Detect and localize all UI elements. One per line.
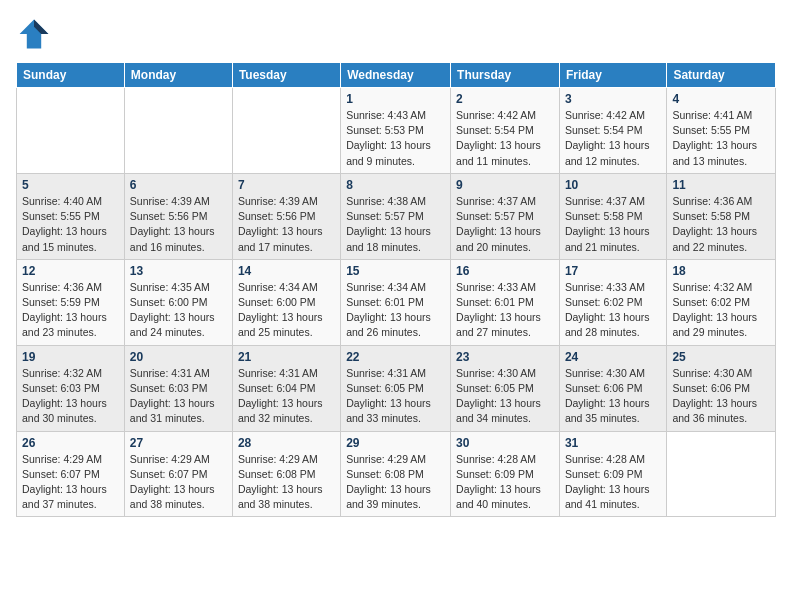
calendar-table: SundayMondayTuesdayWednesdayThursdayFrid… [16, 62, 776, 517]
calendar-cell: 5Sunrise: 4:40 AM Sunset: 5:55 PM Daylig… [17, 173, 125, 259]
weekday-header-monday: Monday [124, 63, 232, 88]
weekday-header-row: SundayMondayTuesdayWednesdayThursdayFrid… [17, 63, 776, 88]
calendar-week-1: 1Sunrise: 4:43 AM Sunset: 5:53 PM Daylig… [17, 88, 776, 174]
calendar-cell: 29Sunrise: 4:29 AM Sunset: 6:08 PM Dayli… [341, 431, 451, 517]
day-number: 24 [565, 350, 661, 364]
calendar-cell: 10Sunrise: 4:37 AM Sunset: 5:58 PM Dayli… [559, 173, 666, 259]
day-info: Sunrise: 4:42 AM Sunset: 5:54 PM Dayligh… [565, 108, 661, 169]
calendar-week-2: 5Sunrise: 4:40 AM Sunset: 5:55 PM Daylig… [17, 173, 776, 259]
calendar-cell: 25Sunrise: 4:30 AM Sunset: 6:06 PM Dayli… [667, 345, 776, 431]
day-number: 30 [456, 436, 554, 450]
day-info: Sunrise: 4:33 AM Sunset: 6:02 PM Dayligh… [565, 280, 661, 341]
day-number: 4 [672, 92, 770, 106]
day-info: Sunrise: 4:37 AM Sunset: 5:57 PM Dayligh… [456, 194, 554, 255]
weekday-header-tuesday: Tuesday [232, 63, 340, 88]
day-number: 7 [238, 178, 335, 192]
calendar-cell: 27Sunrise: 4:29 AM Sunset: 6:07 PM Dayli… [124, 431, 232, 517]
day-number: 8 [346, 178, 445, 192]
day-info: Sunrise: 4:39 AM Sunset: 5:56 PM Dayligh… [130, 194, 227, 255]
day-info: Sunrise: 4:43 AM Sunset: 5:53 PM Dayligh… [346, 108, 445, 169]
weekday-header-sunday: Sunday [17, 63, 125, 88]
day-number: 20 [130, 350, 227, 364]
calendar-cell [667, 431, 776, 517]
calendar-week-4: 19Sunrise: 4:32 AM Sunset: 6:03 PM Dayli… [17, 345, 776, 431]
calendar-cell [124, 88, 232, 174]
calendar-cell: 18Sunrise: 4:32 AM Sunset: 6:02 PM Dayli… [667, 259, 776, 345]
day-info: Sunrise: 4:29 AM Sunset: 6:07 PM Dayligh… [130, 452, 227, 513]
calendar-cell [17, 88, 125, 174]
day-number: 6 [130, 178, 227, 192]
calendar-week-3: 12Sunrise: 4:36 AM Sunset: 5:59 PM Dayli… [17, 259, 776, 345]
day-number: 9 [456, 178, 554, 192]
day-info: Sunrise: 4:41 AM Sunset: 5:55 PM Dayligh… [672, 108, 770, 169]
day-info: Sunrise: 4:40 AM Sunset: 5:55 PM Dayligh… [22, 194, 119, 255]
day-info: Sunrise: 4:29 AM Sunset: 6:07 PM Dayligh… [22, 452, 119, 513]
calendar-cell [232, 88, 340, 174]
calendar-cell: 22Sunrise: 4:31 AM Sunset: 6:05 PM Dayli… [341, 345, 451, 431]
calendar-cell: 14Sunrise: 4:34 AM Sunset: 6:00 PM Dayli… [232, 259, 340, 345]
day-number: 11 [672, 178, 770, 192]
calendar-cell: 11Sunrise: 4:36 AM Sunset: 5:58 PM Dayli… [667, 173, 776, 259]
day-info: Sunrise: 4:37 AM Sunset: 5:58 PM Dayligh… [565, 194, 661, 255]
day-info: Sunrise: 4:36 AM Sunset: 5:59 PM Dayligh… [22, 280, 119, 341]
day-info: Sunrise: 4:30 AM Sunset: 6:06 PM Dayligh… [565, 366, 661, 427]
day-number: 14 [238, 264, 335, 278]
calendar-cell: 13Sunrise: 4:35 AM Sunset: 6:00 PM Dayli… [124, 259, 232, 345]
day-info: Sunrise: 4:34 AM Sunset: 6:01 PM Dayligh… [346, 280, 445, 341]
day-number: 22 [346, 350, 445, 364]
day-number: 1 [346, 92, 445, 106]
day-number: 21 [238, 350, 335, 364]
weekday-header-thursday: Thursday [451, 63, 560, 88]
day-number: 31 [565, 436, 661, 450]
day-number: 15 [346, 264, 445, 278]
day-info: Sunrise: 4:32 AM Sunset: 6:02 PM Dayligh… [672, 280, 770, 341]
calendar-cell: 23Sunrise: 4:30 AM Sunset: 6:05 PM Dayli… [451, 345, 560, 431]
page-header [16, 16, 776, 52]
calendar-cell: 7Sunrise: 4:39 AM Sunset: 5:56 PM Daylig… [232, 173, 340, 259]
weekday-header-saturday: Saturday [667, 63, 776, 88]
calendar-cell: 26Sunrise: 4:29 AM Sunset: 6:07 PM Dayli… [17, 431, 125, 517]
day-info: Sunrise: 4:34 AM Sunset: 6:00 PM Dayligh… [238, 280, 335, 341]
calendar-cell: 1Sunrise: 4:43 AM Sunset: 5:53 PM Daylig… [341, 88, 451, 174]
calendar-cell: 2Sunrise: 4:42 AM Sunset: 5:54 PM Daylig… [451, 88, 560, 174]
day-number: 18 [672, 264, 770, 278]
weekday-header-wednesday: Wednesday [341, 63, 451, 88]
calendar-cell: 24Sunrise: 4:30 AM Sunset: 6:06 PM Dayli… [559, 345, 666, 431]
calendar-cell: 12Sunrise: 4:36 AM Sunset: 5:59 PM Dayli… [17, 259, 125, 345]
day-info: Sunrise: 4:30 AM Sunset: 6:06 PM Dayligh… [672, 366, 770, 427]
day-info: Sunrise: 4:35 AM Sunset: 6:00 PM Dayligh… [130, 280, 227, 341]
day-number: 16 [456, 264, 554, 278]
logo-icon [16, 16, 52, 52]
day-info: Sunrise: 4:30 AM Sunset: 6:05 PM Dayligh… [456, 366, 554, 427]
calendar-cell: 28Sunrise: 4:29 AM Sunset: 6:08 PM Dayli… [232, 431, 340, 517]
day-number: 10 [565, 178, 661, 192]
calendar-cell: 9Sunrise: 4:37 AM Sunset: 5:57 PM Daylig… [451, 173, 560, 259]
day-number: 26 [22, 436, 119, 450]
day-info: Sunrise: 4:29 AM Sunset: 6:08 PM Dayligh… [238, 452, 335, 513]
day-info: Sunrise: 4:31 AM Sunset: 6:05 PM Dayligh… [346, 366, 445, 427]
calendar-cell: 17Sunrise: 4:33 AM Sunset: 6:02 PM Dayli… [559, 259, 666, 345]
calendar-cell: 20Sunrise: 4:31 AM Sunset: 6:03 PM Dayli… [124, 345, 232, 431]
day-number: 2 [456, 92, 554, 106]
calendar-cell: 6Sunrise: 4:39 AM Sunset: 5:56 PM Daylig… [124, 173, 232, 259]
calendar-cell: 3Sunrise: 4:42 AM Sunset: 5:54 PM Daylig… [559, 88, 666, 174]
day-info: Sunrise: 4:29 AM Sunset: 6:08 PM Dayligh… [346, 452, 445, 513]
weekday-header-friday: Friday [559, 63, 666, 88]
calendar-week-5: 26Sunrise: 4:29 AM Sunset: 6:07 PM Dayli… [17, 431, 776, 517]
day-info: Sunrise: 4:33 AM Sunset: 6:01 PM Dayligh… [456, 280, 554, 341]
day-info: Sunrise: 4:28 AM Sunset: 6:09 PM Dayligh… [565, 452, 661, 513]
calendar-cell: 19Sunrise: 4:32 AM Sunset: 6:03 PM Dayli… [17, 345, 125, 431]
logo [16, 16, 58, 52]
day-info: Sunrise: 4:38 AM Sunset: 5:57 PM Dayligh… [346, 194, 445, 255]
day-info: Sunrise: 4:31 AM Sunset: 6:04 PM Dayligh… [238, 366, 335, 427]
calendar-cell: 16Sunrise: 4:33 AM Sunset: 6:01 PM Dayli… [451, 259, 560, 345]
day-number: 19 [22, 350, 119, 364]
day-number: 28 [238, 436, 335, 450]
day-number: 17 [565, 264, 661, 278]
day-number: 29 [346, 436, 445, 450]
calendar-cell: 31Sunrise: 4:28 AM Sunset: 6:09 PM Dayli… [559, 431, 666, 517]
day-number: 23 [456, 350, 554, 364]
day-number: 5 [22, 178, 119, 192]
day-info: Sunrise: 4:42 AM Sunset: 5:54 PM Dayligh… [456, 108, 554, 169]
day-info: Sunrise: 4:31 AM Sunset: 6:03 PM Dayligh… [130, 366, 227, 427]
